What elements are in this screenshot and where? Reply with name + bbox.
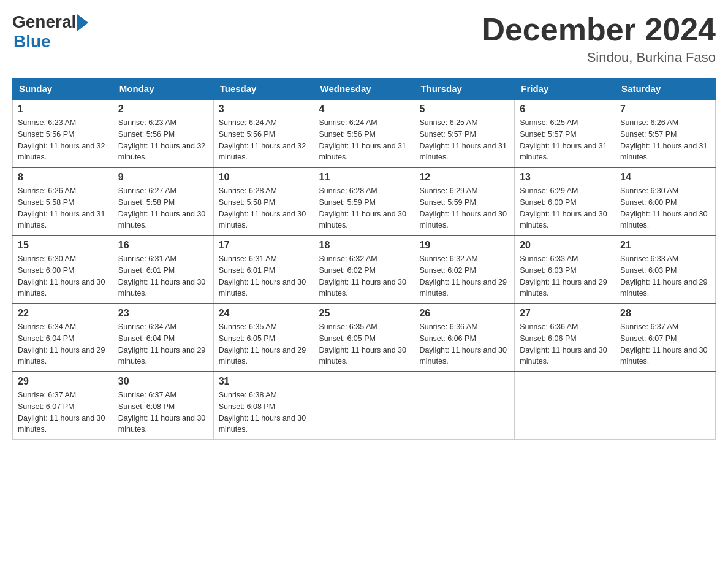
day-info: Sunrise: 6:23 AMSunset: 5:56 PMDaylight:… bbox=[118, 118, 205, 161]
day-info: Sunrise: 6:33 AMSunset: 6:03 PMDaylight:… bbox=[520, 255, 607, 297]
week-row-5: 29 Sunrise: 6:37 AMSunset: 6:07 PMDaylig… bbox=[13, 372, 716, 440]
day-number: 9 bbox=[118, 172, 208, 183]
table-row: 10 Sunrise: 6:28 AMSunset: 5:58 PMDaylig… bbox=[213, 167, 314, 236]
day-number: 17 bbox=[219, 240, 309, 251]
day-info: Sunrise: 6:25 AMSunset: 5:57 PMDaylight:… bbox=[419, 118, 506, 161]
table-row: 24 Sunrise: 6:35 AMSunset: 6:05 PMDaylig… bbox=[213, 304, 314, 372]
day-number: 22 bbox=[18, 308, 108, 319]
table-row bbox=[414, 372, 515, 440]
table-row: 23 Sunrise: 6:34 AMSunset: 6:04 PMDaylig… bbox=[113, 304, 213, 372]
day-info: Sunrise: 6:25 AMSunset: 5:57 PMDaylight:… bbox=[520, 118, 607, 161]
logo: General Blue bbox=[12, 12, 88, 52]
day-number: 13 bbox=[520, 172, 610, 183]
logo-blue-text: Blue bbox=[13, 32, 51, 52]
logo-general-text: General bbox=[12, 12, 76, 32]
table-row: 9 Sunrise: 6:27 AMSunset: 5:58 PMDayligh… bbox=[113, 167, 213, 236]
page-header: General Blue December 2024 Sindou, Burki… bbox=[12, 12, 716, 66]
day-info: Sunrise: 6:33 AMSunset: 6:03 PMDaylight:… bbox=[620, 255, 707, 297]
day-info: Sunrise: 6:30 AMSunset: 6:00 PMDaylight:… bbox=[620, 186, 707, 229]
table-row: 6 Sunrise: 6:25 AMSunset: 5:57 PMDayligh… bbox=[515, 99, 615, 167]
table-row: 8 Sunrise: 6:26 AMSunset: 5:58 PMDayligh… bbox=[13, 167, 113, 236]
day-info: Sunrise: 6:36 AMSunset: 6:06 PMDaylight:… bbox=[419, 323, 506, 366]
week-row-3: 15 Sunrise: 6:30 AMSunset: 6:00 PMDaylig… bbox=[13, 236, 716, 304]
day-info: Sunrise: 6:32 AMSunset: 6:02 PMDaylight:… bbox=[419, 255, 506, 297]
day-number: 2 bbox=[118, 104, 208, 115]
table-row: 17 Sunrise: 6:31 AMSunset: 6:01 PMDaylig… bbox=[213, 236, 314, 304]
header-wednesday: Wednesday bbox=[314, 79, 414, 100]
header-tuesday: Tuesday bbox=[213, 79, 314, 100]
day-info: Sunrise: 6:38 AMSunset: 6:08 PMDaylight:… bbox=[219, 391, 306, 434]
day-number: 24 bbox=[219, 308, 309, 319]
day-number: 6 bbox=[520, 104, 610, 115]
day-number: 23 bbox=[118, 308, 208, 319]
day-info: Sunrise: 6:31 AMSunset: 6:01 PMDaylight:… bbox=[118, 255, 205, 297]
table-row: 30 Sunrise: 6:37 AMSunset: 6:08 PMDaylig… bbox=[113, 372, 213, 440]
day-number: 20 bbox=[520, 240, 610, 251]
table-row: 15 Sunrise: 6:30 AMSunset: 6:00 PMDaylig… bbox=[13, 236, 113, 304]
day-info: Sunrise: 6:35 AMSunset: 6:05 PMDaylight:… bbox=[319, 323, 406, 366]
day-number: 19 bbox=[419, 240, 509, 251]
day-number: 1 bbox=[18, 104, 108, 115]
table-row: 4 Sunrise: 6:24 AMSunset: 5:56 PMDayligh… bbox=[314, 99, 414, 167]
day-number: 21 bbox=[620, 240, 710, 251]
day-number: 25 bbox=[319, 308, 409, 319]
day-info: Sunrise: 6:26 AMSunset: 5:58 PMDaylight:… bbox=[18, 186, 105, 229]
month-year-title: December 2024 bbox=[482, 12, 716, 47]
day-number: 4 bbox=[319, 104, 409, 115]
day-number: 28 bbox=[620, 308, 710, 319]
title-section: December 2024 Sindou, Burkina Faso bbox=[482, 12, 716, 66]
day-number: 26 bbox=[419, 308, 509, 319]
day-number: 18 bbox=[319, 240, 409, 251]
table-row: 21 Sunrise: 6:33 AMSunset: 6:03 PMDaylig… bbox=[615, 236, 716, 304]
day-number: 27 bbox=[520, 308, 610, 319]
day-number: 29 bbox=[18, 376, 108, 387]
table-row: 13 Sunrise: 6:29 AMSunset: 6:00 PMDaylig… bbox=[515, 167, 615, 236]
logo-arrow-icon bbox=[77, 14, 88, 31]
day-info: Sunrise: 6:28 AMSunset: 5:58 PMDaylight:… bbox=[219, 186, 306, 229]
day-info: Sunrise: 6:29 AMSunset: 5:59 PMDaylight:… bbox=[419, 186, 506, 229]
day-number: 14 bbox=[620, 172, 710, 183]
day-number: 5 bbox=[419, 104, 509, 115]
day-number: 15 bbox=[18, 240, 108, 251]
table-row: 22 Sunrise: 6:34 AMSunset: 6:04 PMDaylig… bbox=[13, 304, 113, 372]
table-row: 29 Sunrise: 6:37 AMSunset: 6:07 PMDaylig… bbox=[13, 372, 113, 440]
table-row: 11 Sunrise: 6:28 AMSunset: 5:59 PMDaylig… bbox=[314, 167, 414, 236]
day-info: Sunrise: 6:34 AMSunset: 6:04 PMDaylight:… bbox=[118, 323, 205, 366]
header-sunday: Sunday bbox=[13, 79, 113, 100]
table-row: 18 Sunrise: 6:32 AMSunset: 6:02 PMDaylig… bbox=[314, 236, 414, 304]
table-row bbox=[615, 372, 716, 440]
calendar-header-row: Sunday Monday Tuesday Wednesday Thursday… bbox=[13, 79, 716, 100]
day-info: Sunrise: 6:31 AMSunset: 6:01 PMDaylight:… bbox=[219, 255, 306, 297]
header-friday: Friday bbox=[515, 79, 615, 100]
table-row bbox=[515, 372, 615, 440]
table-row: 7 Sunrise: 6:26 AMSunset: 5:57 PMDayligh… bbox=[615, 99, 716, 167]
day-number: 16 bbox=[118, 240, 208, 251]
day-info: Sunrise: 6:32 AMSunset: 6:02 PMDaylight:… bbox=[319, 255, 406, 297]
week-row-1: 1 Sunrise: 6:23 AMSunset: 5:56 PMDayligh… bbox=[13, 99, 716, 167]
table-row: 20 Sunrise: 6:33 AMSunset: 6:03 PMDaylig… bbox=[515, 236, 615, 304]
header-monday: Monday bbox=[113, 79, 213, 100]
day-info: Sunrise: 6:37 AMSunset: 6:07 PMDaylight:… bbox=[620, 323, 707, 366]
table-row: 5 Sunrise: 6:25 AMSunset: 5:57 PMDayligh… bbox=[414, 99, 515, 167]
day-number: 8 bbox=[18, 172, 108, 183]
day-info: Sunrise: 6:26 AMSunset: 5:57 PMDaylight:… bbox=[620, 118, 707, 161]
day-info: Sunrise: 6:24 AMSunset: 5:56 PMDaylight:… bbox=[319, 118, 406, 161]
day-number: 11 bbox=[319, 172, 409, 183]
day-number: 30 bbox=[118, 376, 208, 387]
day-info: Sunrise: 6:24 AMSunset: 5:56 PMDaylight:… bbox=[219, 118, 306, 161]
day-info: Sunrise: 6:29 AMSunset: 6:00 PMDaylight:… bbox=[520, 186, 607, 229]
day-info: Sunrise: 6:37 AMSunset: 6:08 PMDaylight:… bbox=[118, 391, 205, 434]
calendar-table: Sunday Monday Tuesday Wednesday Thursday… bbox=[12, 78, 716, 440]
day-number: 12 bbox=[419, 172, 509, 183]
table-row: 14 Sunrise: 6:30 AMSunset: 6:00 PMDaylig… bbox=[615, 167, 716, 236]
table-row: 2 Sunrise: 6:23 AMSunset: 5:56 PMDayligh… bbox=[113, 99, 213, 167]
header-saturday: Saturday bbox=[615, 79, 716, 100]
week-row-2: 8 Sunrise: 6:26 AMSunset: 5:58 PMDayligh… bbox=[13, 167, 716, 236]
location-title: Sindou, Burkina Faso bbox=[482, 50, 716, 66]
day-info: Sunrise: 6:34 AMSunset: 6:04 PMDaylight:… bbox=[18, 323, 105, 366]
table-row: 26 Sunrise: 6:36 AMSunset: 6:06 PMDaylig… bbox=[414, 304, 515, 372]
table-row: 27 Sunrise: 6:36 AMSunset: 6:06 PMDaylig… bbox=[515, 304, 615, 372]
day-info: Sunrise: 6:37 AMSunset: 6:07 PMDaylight:… bbox=[18, 391, 105, 434]
day-info: Sunrise: 6:36 AMSunset: 6:06 PMDaylight:… bbox=[520, 323, 607, 366]
table-row: 25 Sunrise: 6:35 AMSunset: 6:05 PMDaylig… bbox=[314, 304, 414, 372]
